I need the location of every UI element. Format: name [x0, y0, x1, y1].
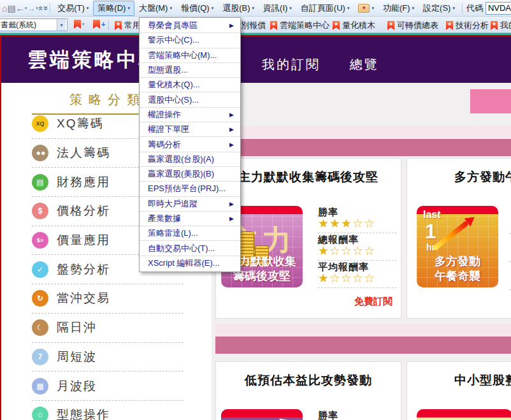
rating-row: 勝率★★★☆☆ — [318, 206, 397, 233]
strategy-thumbnail[interactable] — [221, 409, 303, 420]
menu-label: 選股(B) — [222, 3, 250, 14]
bookmark-link[interactable]: ★技術分析 — [446, 20, 489, 31]
double-chevron-down-icon[interactable]: « — [38, 6, 53, 10]
submenu-arrow-icon: ▶ — [229, 201, 234, 207]
symbol-code-label: 代碼 — [466, 3, 483, 14]
week-wave-icon: 7 — [32, 349, 48, 365]
day-trade-cycle-icon: ↻ — [32, 290, 48, 307]
bookmark-flag-button[interactable]: ▾ — [74, 20, 87, 29]
strategy-thumbnail[interactable] — [417, 409, 511, 420]
menu-label: 報價(Q) — [181, 3, 210, 14]
submenu-arrow-icon: ▶ — [229, 126, 234, 133]
sidebar-item[interactable]: ▦月波段 — [32, 372, 184, 401]
strategy-dropdown-menu: 尊榮會員專區▶警示中心(C)...雲端策略中心(M)...型態選股...量化積木… — [139, 17, 241, 272]
strategy-menu-item[interactable]: 產業數據▶ — [140, 212, 240, 226]
strategy-menu-item[interactable]: 型態選股... — [140, 63, 240, 78]
toolbar-separator — [462, 3, 463, 13]
strategy-menu-item[interactable]: 權證操作▶ — [140, 108, 240, 122]
xq-icon: XQ — [32, 115, 48, 132]
menu-item-label: 量化積木(Q)... — [148, 79, 200, 91]
bookmark-ribbon-icon: ★ — [115, 21, 122, 30]
chevron-down-icon: ▾ — [127, 6, 130, 11]
bookmark-ribbon-icon: ★ — [446, 21, 453, 30]
add-bookmark-button[interactable]: + — [93, 20, 105, 29]
menu-item-label: 贏家選股(美股)(B) — [148, 168, 214, 180]
menubar-heart-folder-menu[interactable]: ♥▾ — [354, 2, 378, 15]
menubar-menu-item[interactable]: 大盤(M)▾ — [134, 1, 176, 16]
strategy-menu-item[interactable]: 籌碼分析▶ — [140, 137, 240, 152]
sidebar-item[interactable]: ☆型態操作 — [32, 401, 184, 420]
strategy-card[interactable]: 低預估本益比攻勢發動 勝率★★★☆☆ — [215, 361, 401, 420]
strategy-menu-item[interactable]: 策略雷達(L)... — [140, 226, 240, 241]
pink-banner-fragment — [470, 89, 511, 113]
strategy-menu-item[interactable]: 量化積木(Q)... — [140, 78, 240, 92]
toolbar-separator — [108, 20, 109, 30]
menubar-menu-item[interactable]: 資訊(I)▾ — [259, 1, 296, 16]
sidebar-item-label: 盤勢分析 — [57, 261, 110, 278]
strategy-menu-item[interactable]: 選股中心(S)... — [140, 92, 240, 107]
free-subscribe-link[interactable]: 免費訂閱 — [354, 296, 392, 308]
menu-item-label: 權證下單匣 — [148, 124, 189, 135]
strategy-card[interactable]: 多方發動午 last 1 hr 多方發動 午餐奇襲 — [407, 158, 511, 319]
strategy-menu-item[interactable]: 尊榮會員專區▶ — [140, 18, 240, 33]
combo-value: 書籤(系統) — [1, 20, 36, 31]
symbol-code-input[interactable] — [486, 2, 511, 15]
strategy-menu-item[interactable]: 警示中心(C)... — [140, 33, 240, 48]
bookmark-ribbon-icon — [74, 20, 81, 29]
bookmark-ribbon-icon — [93, 20, 100, 29]
chevron-down-icon: ▾ — [57, 19, 66, 31]
menubar-menu-item[interactable]: 自訂頁面(U)▾ — [296, 1, 354, 16]
bookmark-link[interactable]: ★可轉債總表 — [387, 20, 438, 31]
menubar-menu-item[interactable]: 策略(D)▾ — [93, 1, 134, 16]
bookmark-ribbon-icon: ★ — [333, 21, 340, 30]
bookmark-link[interactable]: ★量化積木 — [333, 20, 375, 31]
header-nav-item[interactable]: 我的訂閱 — [262, 56, 320, 73]
menu-label: 交易(T) — [57, 3, 85, 14]
pattern-star-icon: ☆ — [32, 407, 48, 420]
menubar-menu-item[interactable]: 報價(Q)▾ — [176, 1, 218, 16]
strategy-menu-item[interactable]: EPS預估平台(PRJ)... — [140, 182, 240, 196]
bookmark-link[interactable]: ★常用 — [115, 20, 141, 31]
strategy-thumbnail[interactable]: last 1 hr 多方發動 午餐奇襲 — [417, 206, 498, 287]
strategy-card[interactable]: 主力默默收集籌碼後攻堅 主力 主力默默收集 籌碼後攻堅 勝率★★★☆☆總報酬率★… — [215, 158, 401, 319]
card-title: 低預估本益比攻勢發動 — [216, 372, 401, 389]
home-icon[interactable]: ⌂ — [2, 1, 7, 16]
menubar: ⌂ ▤ ← ▾ → ▾ « « 交易(T)▾策略(D)▾大盤(M)▾報價(Q)▾… — [0, 0, 511, 17]
menu-item-label: 產業數據 — [148, 213, 181, 224]
bookmark-link[interactable]: ★雲端策略中心 — [270, 20, 329, 31]
bookmark-ribbon-icon: ★ — [387, 21, 394, 30]
menubar-menu-item[interactable]: 功能(F)▾ — [378, 1, 419, 16]
header-nav-item[interactable]: 總覽 — [350, 56, 379, 73]
menu-item-label: 型態選股... — [148, 64, 188, 76]
plus-icon: + — [101, 21, 105, 28]
sidebar-item[interactable]: 7周短波 — [32, 343, 184, 372]
sidebar-item-label: 當沖交易 — [57, 290, 110, 307]
menu-item-label: 選股中心(S)... — [148, 94, 199, 106]
strategy-menu-item[interactable]: 權證下單匣▶ — [140, 122, 240, 137]
list-view-icon[interactable]: ▤ — [7, 1, 15, 16]
strategy-menu-item[interactable]: 贏家選股(美股)(B) — [140, 167, 240, 182]
strategy-menu-item[interactable]: 即時大戶追蹤▶ — [140, 197, 240, 212]
chevron-down-icon: ▾ — [87, 6, 89, 11]
strategy-menu-item[interactable]: XScript 編輯器(E)... — [140, 256, 240, 271]
strategy-card[interactable]: 中小型股整 — [407, 361, 511, 420]
menubar-menu-item[interactable]: 選股(B)▾ — [218, 1, 259, 16]
rating-label: 平均報酬率 — [318, 262, 397, 272]
bookmarks-toolbar: 書籤(系統) ▾ ▾ + ★常用★個別報價★雲端策略中心★量化積木★可轉債總表★… — [0, 17, 511, 33]
sidebar-item[interactable]: ☾隔日沖 — [32, 314, 184, 343]
back-icon[interactable]: ← — [16, 1, 25, 16]
chevron-down-icon: ▾ — [371, 6, 374, 11]
main-area: 主力默默收集籌碼後攻堅 主力 主力默默收集 籌碼後攻堅 勝率★★★☆☆總報酬率★… — [212, 83, 511, 420]
submenu-arrow-icon: ▶ — [229, 22, 234, 29]
menubar-menu-item[interactable]: 交易(T)▾ — [53, 1, 93, 16]
strategy-menu-item[interactable]: 雲端策略中心(M)... — [140, 48, 240, 63]
menubar-menu-item[interactable]: 設定(S)▾ — [419, 1, 459, 16]
ratings: 勝率★★★☆☆總報酬率★☆☆☆☆平均報酬率★☆☆☆☆ — [318, 206, 397, 288]
bookmark-set-combobox[interactable]: 書籤(系統) ▾ — [0, 18, 68, 31]
strategy-menu-item[interactable]: 贏家選股(台股)(A) — [140, 152, 240, 167]
sidebar-item[interactable]: ↻當沖交易 — [32, 284, 184, 314]
bookmark-link[interactable]: ★我的XQ — [491, 20, 511, 31]
strategy-menu-item[interactable]: 自動交易中心(T)... — [140, 241, 240, 256]
sidebar-item-label: 周短波 — [57, 349, 97, 365]
badge-line: last — [423, 210, 441, 220]
